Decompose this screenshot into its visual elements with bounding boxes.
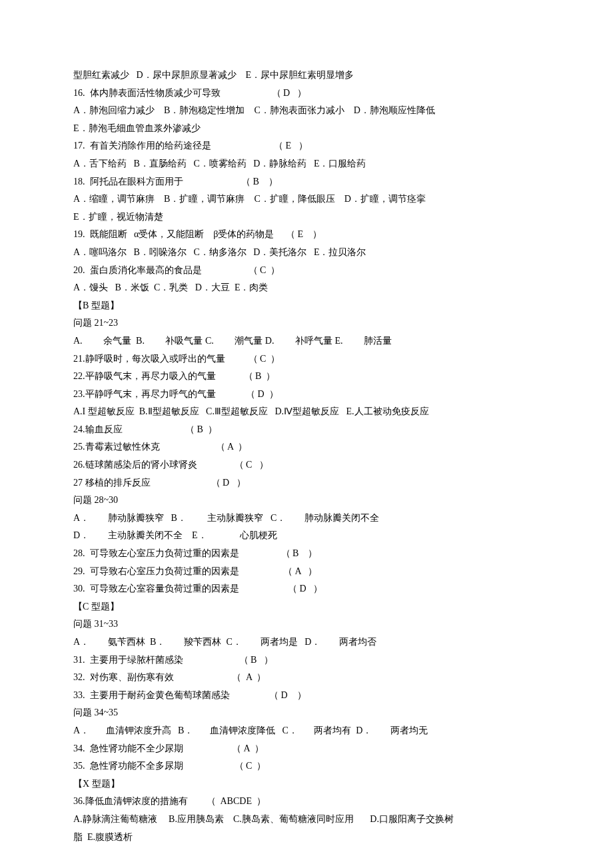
- text-line: 【C 型题】: [73, 598, 540, 616]
- text-line: A．肺泡回缩力减少 B．肺泡稳定性增加 C．肺泡表面张力减小 D．肺泡顺应性降低: [73, 102, 540, 120]
- text-line: A． 血清钾浓度升高 B． 血清钾浓度降低 C． 两者均有 D． 两者均无: [73, 722, 540, 740]
- text-line: 24.输血反应 （ B ）: [73, 421, 540, 439]
- text-line: 16. 体内肺表面活性物质减少可导致 （ D ）: [73, 85, 540, 103]
- text-line: 【X 型题】: [73, 775, 540, 793]
- text-line: 问题 28~30: [73, 492, 540, 510]
- text-line: A.I 型超敏反应 B.Ⅱ型超敏反应 C.Ⅲ型超敏反应 D.Ⅳ型超敏反应 E.人…: [73, 403, 540, 421]
- text-line: 32. 对伤寒、副伤寒有效 （ A ）: [73, 669, 540, 687]
- text-line: 34. 急性肾功能不全少尿期 （ A ）: [73, 740, 540, 758]
- text-line: 30. 可导致左心室容量负荷过重的因素是 （ D ）: [73, 580, 540, 598]
- text-line: A.静脉滴注葡萄糖液 B.应用胰岛素 C.胰岛素、葡萄糖液同时应用 D.口服阳离…: [73, 811, 540, 829]
- text-line: A．缩瞳，调节麻痹 B．扩瞳，调节麻痹 C．扩瞳，降低眼压 D．扩瞳，调节痉挛: [73, 191, 540, 209]
- text-line: 22.平静吸气末，再尽力吸入的气量 （ B ）: [73, 368, 540, 386]
- text-line: A．噻吗洛尔 B．吲哚洛尔 C．纳多洛尔 D．美托洛尔 E．拉贝洛尔: [73, 244, 540, 262]
- text-line: 脂 E.腹膜透析: [73, 829, 540, 847]
- text-line: E．肺泡毛细血管血浆外渗减少: [73, 120, 540, 138]
- text-line: 36.降低血清钾浓度的措施有 （ ABCDE ）: [73, 793, 540, 811]
- text-line: 35. 急性肾功能不全多尿期 （ C ）: [73, 757, 540, 775]
- text-line: 27 移植的排斥反应 （ D ）: [73, 474, 540, 492]
- text-line: 23.平静呼气末，再尽力呼气的气量 （ D ）: [73, 386, 540, 404]
- text-line: E．扩瞳，视近物清楚: [73, 209, 540, 226]
- text-line: 28. 可导致左心室压力负荷过重的因素是 （ B ）: [73, 545, 540, 563]
- text-line: 33. 主要用于耐药金黄色葡萄球菌感染 （ D ）: [73, 687, 540, 705]
- text-line: A．舌下给药 B．直肠给药 C．喷雾给药 D．静脉给药 E．口服给药: [73, 155, 540, 173]
- text-line: A．馒头 B．米饭 C．乳类 D．大豆 E．肉类: [73, 279, 540, 297]
- text-line: 问题 34~35: [73, 704, 540, 722]
- text-line: A． 肺动脉瓣狭窄 B． 主动脉瓣狭窄 C． 肺动脉瓣关闭不全: [73, 510, 540, 528]
- text-line: 19. 既能阻断 α受体，又能阻断 β受体的药物是 （ E ）: [73, 226, 540, 244]
- text-line: 29. 可导致右心室压力负荷过重的因素是 （ A ）: [73, 563, 540, 581]
- text-line: 31. 主要用于绿脓杆菌感染 （ B ）: [73, 651, 540, 669]
- document-body: 型胆红素减少 D．尿中尿胆原显著减少 E．尿中尿胆红素明显增多16. 体内肺表面…: [73, 67, 540, 846]
- text-line: 26.链球菌感染后的肾小球肾炎 （ C ）: [73, 456, 540, 474]
- text-line: A． 氨苄西林 B． 羧苄西林 C． 两者均是 D． 两者均否: [73, 634, 540, 651]
- text-line: 问题 31~33: [73, 616, 540, 634]
- text-line: D． 主动脉瓣关闭不全 E． 心肌梗死: [73, 527, 540, 545]
- text-line: A. 余气量 B. 补吸气量 C. 潮气量 D. 补呼气量 E. 肺活量: [73, 332, 540, 350]
- text-line: 20. 蛋白质消化率最高的食品是 （ C ）: [73, 262, 540, 280]
- text-line: 型胆红素减少 D．尿中尿胆原显著减少 E．尿中尿胆红素明显增多: [73, 67, 540, 85]
- text-line: 25.青霉素过敏性休克 （ A ）: [73, 438, 540, 456]
- text-line: 问题 21~23: [73, 314, 540, 332]
- text-line: 18. 阿托品在眼科方面用于 （ B ）: [73, 173, 540, 191]
- text-line: 17. 有首关消除作用的给药途径是 （ E ）: [73, 137, 540, 155]
- text-line: 【B 型题】: [73, 297, 540, 315]
- text-line: 21.静呼吸时，每次吸入或呼出的气量 （ C ）: [73, 350, 540, 368]
